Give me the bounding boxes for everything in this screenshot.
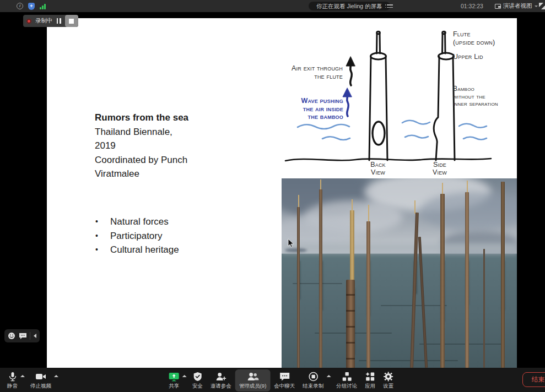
label-wave-pushing: Wave pushing the air inside the bamboo (301, 97, 343, 121)
top-menubar: i 你正在观看 Jieling 的屏幕 01:32:23 演讲者视图 (0, 0, 545, 12)
collapse-left-icon[interactable] (34, 334, 36, 338)
stop-square-icon (69, 19, 74, 24)
air-exit-arrow (346, 57, 355, 85)
breakout-rooms-icon (342, 372, 352, 382)
invite-person-icon (215, 372, 226, 382)
video-camera-icon (35, 372, 46, 382)
settings-gear-icon (384, 372, 393, 382)
participants-icon (247, 372, 259, 382)
wave-push-arrow (343, 88, 352, 116)
meeting-timer: 01:32:23 (461, 0, 483, 12)
stop-video-button[interactable]: 停止视频 (26, 369, 55, 391)
share-screen-button[interactable]: 共享 (165, 369, 184, 391)
mute-button[interactable]: 静音 (3, 369, 21, 391)
settings-button[interactable]: 设置 (379, 369, 397, 391)
security-button[interactable]: 安全 (188, 369, 207, 391)
recording-indicator: 录制中 (23, 15, 78, 27)
share-screen-icon (169, 372, 180, 382)
chevron-down-icon (535, 6, 538, 7)
security-shield-icon (192, 372, 202, 382)
chat-bubble-icon[interactable] (19, 333, 27, 340)
bamboo-poles-photo (282, 178, 517, 368)
breakout-rooms-button[interactable]: 分组讨论 (332, 369, 361, 391)
layout-icon (495, 4, 501, 9)
water-wave-lines (298, 121, 487, 140)
encryption-shield-icon[interactable] (28, 3, 35, 10)
share-options-caret[interactable] (182, 375, 187, 377)
divider (30, 332, 30, 340)
view-options-icon[interactable] (384, 2, 395, 10)
presentation-slide: Rumors from the sea Thailand Biennale, 2… (47, 18, 517, 368)
reaction-smiley-icon[interactable] (8, 332, 15, 340)
stop-recording-button[interactable] (65, 15, 78, 27)
label-back-view: Back View (361, 161, 395, 176)
video-options-caret[interactable] (54, 375, 58, 377)
recording-label: 录制中 (35, 17, 53, 25)
fullscreen-icon[interactable] (539, 3, 545, 9)
shared-screen-stage: 录制中 Rumors from the sea Thailand Biennal… (0, 12, 545, 368)
connection-signal-icon (40, 3, 46, 9)
mic-options-caret[interactable] (20, 375, 25, 377)
reactions-panel (4, 329, 40, 342)
meeting-info-icon[interactable]: i (17, 3, 23, 9)
watching-screen-banner[interactable]: 你正在观看 Jieling 的屏幕 (309, 2, 390, 10)
chat-button[interactable]: 会中聊天 (270, 369, 299, 391)
zoom-meeting-window: i 你正在观看 Jieling 的屏幕 01:32:23 演讲者视图 录制中 R… (0, 0, 545, 392)
pause-recording-icon[interactable] (57, 18, 61, 24)
invite-button[interactable]: 邀请参会 (207, 369, 235, 391)
meeting-chat-icon (279, 372, 290, 382)
label-side-view: Side View (423, 161, 456, 176)
speaker-view-selector[interactable]: 演讲者视图 (495, 0, 538, 12)
mouse-cursor (288, 238, 294, 248)
recording-dot-icon (26, 19, 31, 24)
record-options-caret[interactable] (326, 375, 331, 377)
apps-icon (365, 372, 375, 382)
meeting-toolbar: 静音 停止视频 共享 (0, 368, 545, 392)
speaker-view-label: 演讲者视图 (503, 2, 532, 10)
label-air-exit: Air exit through the flute (292, 64, 343, 81)
label-upper-lid: Upper Lid (453, 53, 483, 61)
manage-participants-button[interactable]: 管理成员(9) (235, 369, 271, 391)
end-meeting-button[interactable]: 结束会议 (522, 372, 545, 387)
label-bamboo: Bamboo without the inner separation (453, 85, 498, 108)
stop-record-button[interactable]: 结束录制 (299, 369, 327, 391)
microphone-icon (8, 372, 18, 382)
apps-button[interactable]: 应用 (361, 369, 379, 391)
stop-record-icon (308, 372, 318, 382)
label-flute: Flute (upside down) (453, 30, 495, 46)
menubar-status-icons: i (17, 0, 46, 12)
